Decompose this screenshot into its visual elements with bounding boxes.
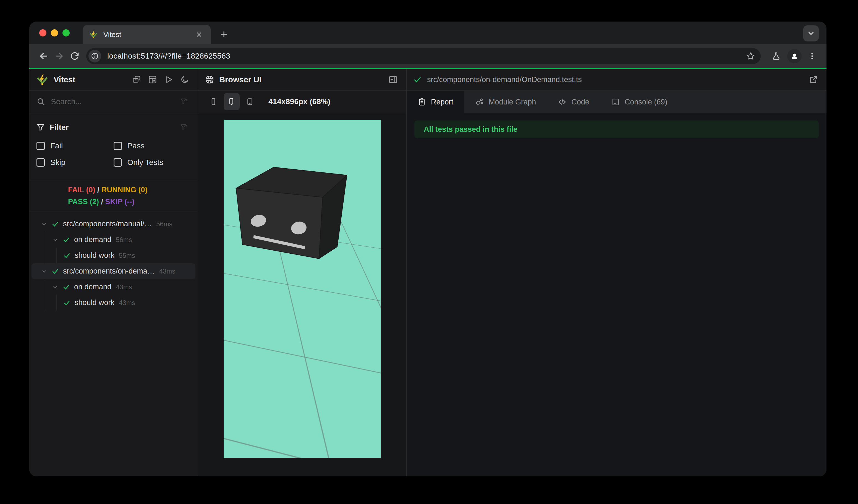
back-button[interactable]	[36, 48, 51, 64]
test-duration: 43ms	[116, 283, 132, 291]
tab-label: Module Graph	[489, 98, 536, 107]
address-bar[interactable]: localhost:5173/#/?file=1828625563	[86, 48, 761, 64]
pass-check-icon	[61, 236, 72, 243]
filter-checkbox-fail[interactable]: Fail	[36, 137, 114, 154]
new-tab-button[interactable]	[216, 27, 232, 42]
banner-text: All tests passed in this file	[424, 125, 518, 134]
tab-report[interactable]: Report	[407, 91, 464, 113]
tab-title: Vitest	[104, 30, 193, 39]
pass-count: PASS (2)	[68, 198, 99, 206]
test-duration: 43ms	[159, 267, 176, 275]
forward-button[interactable]	[51, 48, 67, 64]
tree-file-row[interactable]: src/components/manual/… 56ms	[29, 216, 197, 232]
viewport-size-label: 414x896px (68%)	[268, 97, 330, 106]
checkbox-icon[interactable]	[36, 142, 45, 150]
browser-tab[interactable]: Vitest	[83, 25, 211, 44]
test-name: on demand	[74, 283, 111, 291]
tab-label: Code	[571, 98, 589, 107]
clear-filter-icon[interactable]	[178, 121, 190, 134]
search-input[interactable]	[51, 97, 172, 106]
chevron-down-icon[interactable]	[50, 237, 61, 243]
file-pass-check-icon	[413, 76, 422, 84]
fail-count: FAIL (0)	[68, 186, 95, 194]
pass-check-icon	[50, 268, 61, 275]
test-name: should work	[75, 251, 114, 260]
search-row	[29, 91, 197, 113]
filter-checkbox-skip[interactable]: Skip	[36, 154, 114, 171]
tree-suite-row[interactable]: on demand 43ms	[45, 279, 197, 295]
checkbox-icon[interactable]	[114, 142, 122, 150]
report-tabs: Report Module Graph Code Console (69)	[407, 91, 826, 113]
browser-ui-title: Browser UI	[219, 75, 261, 84]
tree-suite-row[interactable]: on demand 56ms	[45, 232, 197, 248]
tab-label: Console (69)	[625, 98, 668, 107]
chevron-down-icon[interactable]	[39, 268, 50, 275]
tree-test-row[interactable]: should work 43ms	[57, 295, 197, 311]
vitest-logo-icon	[36, 73, 49, 86]
report-layout-icon[interactable]	[146, 73, 159, 86]
search-icon	[36, 97, 45, 106]
run-all-play-icon[interactable]	[162, 73, 175, 86]
tree-file-row-selected[interactable]: src/components/on-dema… 43ms	[32, 263, 195, 279]
globe-icon	[205, 75, 214, 84]
device-toolbar: 414x896px (68%)	[198, 91, 406, 113]
tab-label: Report	[431, 98, 453, 107]
report-panel: src/components/on-demand/OnDemand.test.t…	[407, 69, 826, 476]
checkbox-label: Pass	[127, 142, 145, 150]
dock-panel-right-icon[interactable]	[387, 73, 399, 86]
checkbox-label: Skip	[50, 158, 65, 167]
menu-kebab-icon[interactable]	[804, 48, 820, 64]
filter-checkbox-pass[interactable]: Pass	[114, 137, 191, 154]
url-text[interactable]: localhost:5173/#/?file=1828625563	[107, 52, 744, 61]
test-status-summary: FAIL (0) / RUNNING (0) PASS (2) / SKIP (…	[29, 181, 197, 212]
all-tests-passed-banner: All tests passed in this file	[414, 120, 819, 138]
tree-test-row[interactable]: should work 55ms	[57, 248, 197, 263]
device-phone-small-button[interactable]	[205, 93, 221, 110]
pass-check-icon	[50, 221, 61, 228]
vitest-favicon-icon	[89, 30, 98, 39]
profile-avatar[interactable]	[787, 49, 801, 63]
dark-mode-moon-icon[interactable]	[178, 73, 191, 86]
browser-ui-content	[198, 113, 406, 476]
vitest-app: Vitest	[29, 69, 826, 476]
device-phone-plus-button[interactable]	[224, 93, 240, 110]
filter-checkbox-only-tests[interactable]: Only Tests	[114, 154, 191, 171]
chevron-down-icon[interactable]	[50, 284, 61, 290]
checkbox-label: Fail	[50, 142, 63, 150]
open-external-icon[interactable]	[807, 73, 820, 86]
tab-search-chevron-button[interactable]	[803, 26, 819, 42]
chevron-down-icon[interactable]	[39, 221, 50, 227]
filter-block: Filter Fail Pass	[29, 113, 197, 174]
device-tablet-button[interactable]	[242, 93, 258, 110]
test-duration: 43ms	[119, 299, 135, 307]
minimize-window-button[interactable]	[51, 29, 58, 36]
test-name: src/components/on-dema…	[63, 267, 155, 276]
pass-check-icon	[61, 252, 73, 259]
experiments-flask-icon[interactable]	[768, 48, 784, 64]
filter-label: Filter	[50, 123, 68, 132]
close-window-button[interactable]	[39, 29, 46, 36]
test-name: on demand	[74, 235, 111, 244]
bookmark-star-icon[interactable]	[744, 49, 758, 63]
sidebar-header: Vitest	[29, 69, 197, 91]
tab-console[interactable]: Console (69)	[600, 91, 679, 113]
dashboard-windows-icon[interactable]	[130, 73, 143, 86]
sidebar-title: Vitest	[54, 75, 75, 84]
tab-close-icon[interactable]	[193, 29, 205, 40]
test-name: should work	[75, 298, 114, 307]
test-viewport	[224, 120, 381, 458]
test-file-path: src/components/on-demand/OnDemand.test.t…	[427, 76, 582, 84]
site-info-icon[interactable]	[89, 50, 101, 63]
checkbox-icon[interactable]	[114, 158, 122, 167]
clear-search-filter-icon[interactable]	[178, 95, 190, 108]
reload-button[interactable]	[67, 48, 82, 64]
tab-code[interactable]: Code	[547, 91, 600, 113]
tab-module-graph[interactable]: Module Graph	[464, 91, 547, 113]
report-content: All tests passed in this file	[407, 113, 826, 476]
checkbox-icon[interactable]	[36, 158, 45, 167]
browser-window: Vitest localhost:5173/#/?file=1828625563	[29, 21, 826, 476]
robot-cube-render	[224, 120, 381, 458]
zoom-window-button[interactable]	[62, 29, 70, 36]
browser-ui-header: Browser UI	[198, 69, 406, 91]
test-duration: 56ms	[156, 220, 173, 228]
